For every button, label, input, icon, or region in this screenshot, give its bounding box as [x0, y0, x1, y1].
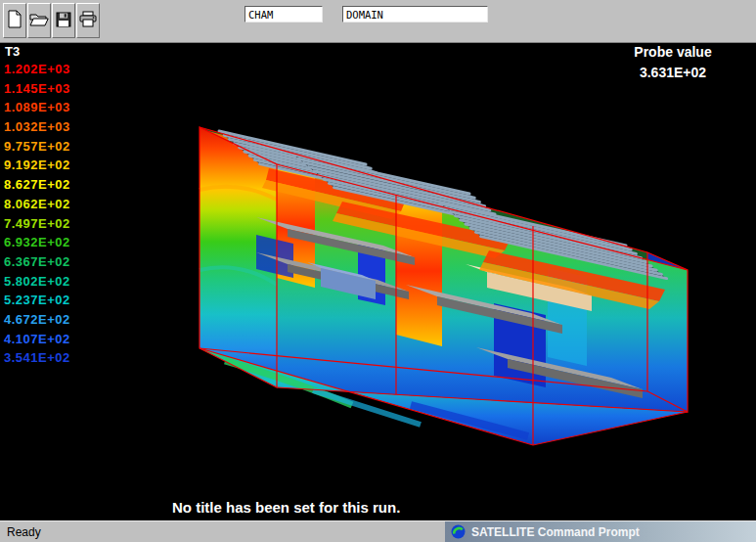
legend-entry: 1.089E+03	[4, 98, 70, 117]
legend-entry: 4.672E+02	[4, 310, 70, 330]
new-document-icon	[7, 10, 22, 31]
probe-label: Probe value	[600, 44, 746, 60]
print-button[interactable]	[76, 3, 100, 38]
cham-input[interactable]	[245, 6, 323, 23]
status-message: Ready	[0, 521, 445, 542]
probe-value: 3.631E+02	[600, 65, 746, 80]
taskbar-item-satellite[interactable]: SATELLITE Command Prompt	[445, 521, 756, 542]
phoenics-satellite-icon	[451, 524, 466, 539]
new-file-button[interactable]	[3, 3, 26, 38]
save-button[interactable]	[52, 3, 75, 38]
viewport[interactable]: T3 1.202E+03 1.145E+03 1.089E+03 1.032E+…	[0, 43, 756, 520]
legend-entry: 1.032E+03	[4, 117, 70, 137]
legend-entry: 9.757E+02	[4, 137, 70, 157]
legend-entry: 1.202E+03	[4, 60, 70, 79]
legend-entry: 5.802E+02	[4, 272, 70, 292]
legend-entry: 8.627E+02	[4, 175, 70, 195]
legend-entry: 5.237E+02	[4, 291, 70, 310]
taskbar-item-label: SATELLITE Command Prompt	[471, 525, 640, 539]
domain-input[interactable]	[342, 6, 488, 23]
printer-icon	[79, 11, 97, 30]
legend-entry: 7.497E+02	[4, 214, 70, 234]
toolbar	[0, 0, 756, 43]
legend-entry: 1.145E+03	[4, 79, 70, 99]
legend-entry: 3.541E+02	[4, 348, 70, 368]
application-window: T3 1.202E+03 1.145E+03 1.089E+03 1.032E+…	[0, 0, 756, 542]
probe-readout: Probe value 3.631E+02	[600, 44, 746, 80]
legend-entry: 9.192E+02	[4, 156, 70, 175]
legend-entry: 6.367E+02	[4, 252, 70, 272]
open-file-button[interactable]	[27, 3, 51, 38]
status-bar: Ready SATELLITE Command Prompt	[0, 520, 756, 542]
variable-label: T3	[5, 44, 20, 59]
run-title-note: No title has been set for this run.	[172, 499, 400, 516]
floppy-disk-icon	[56, 12, 71, 30]
legend-entry: 4.107E+02	[4, 330, 70, 349]
color-legend: 1.202E+03 1.145E+03 1.089E+03 1.032E+03 …	[4, 60, 70, 368]
cfd-3d-scene	[0, 43, 756, 520]
legend-entry: 8.062E+02	[4, 195, 70, 214]
open-folder-icon	[29, 12, 49, 30]
legend-entry: 6.932E+02	[4, 233, 70, 252]
